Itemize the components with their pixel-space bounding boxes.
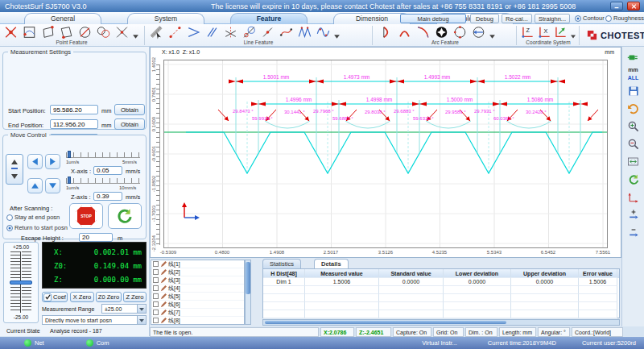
move-mode-select[interactable]: Directly move to start posn — [42, 315, 147, 325]
reconnect-button[interactable] — [108, 203, 142, 229]
refresh-view-icon[interactable] — [625, 172, 642, 187]
jog-mode-button[interactable] — [6, 154, 23, 185]
table-row[interactable] — [263, 302, 619, 310]
coef-checkbox[interactable]: Coef — [42, 292, 68, 302]
quad-point2-icon[interactable] — [58, 25, 75, 39]
close-button[interactable] — [627, 2, 640, 10]
show-all-button[interactable]: ALL — [628, 75, 639, 81]
capture-toggle[interactable]: Capture: On — [393, 327, 431, 337]
z-speed-input[interactable] — [93, 192, 122, 201]
sample-line-icon[interactable] — [148, 25, 165, 39]
move-up-button[interactable] — [27, 178, 43, 193]
hscrollbar-thumb[interactable] — [265, 321, 506, 324]
align-coord-icon[interactable] — [553, 25, 568, 39]
contour-plot-canvas[interactable] — [163, 60, 608, 248]
return-to-start-radio-icon[interactable] — [6, 225, 13, 231]
point-line-icon[interactable] — [259, 25, 276, 39]
table-row[interactable] — [263, 310, 619, 318]
tab-feature[interactable]: Feature — [230, 13, 308, 24]
checkbox-icon[interactable] — [153, 269, 159, 275]
chevron-down-icon[interactable] — [137, 316, 146, 324]
move-left-button[interactable] — [27, 154, 43, 169]
table-row[interactable] — [263, 294, 619, 302]
save-icon[interactable] — [625, 83, 642, 98]
tab-system[interactable]: System — [127, 13, 204, 24]
checkbox-icon[interactable] — [153, 277, 159, 283]
zoom-in-icon[interactable] — [625, 118, 642, 134]
recal-button[interactable]: Re-cal... — [502, 14, 532, 23]
point-group-caret-icon[interactable] — [132, 33, 139, 40]
length-unit-status[interactable]: Length: mm — [499, 327, 536, 337]
z-origin-icon[interactable]: Z — [520, 25, 535, 39]
z-zero-button[interactable]: Z Zero — [123, 292, 147, 302]
tab-details[interactable]: Details — [314, 259, 349, 268]
wave-m-icon[interactable] — [296, 25, 313, 39]
x-speed-input[interactable] — [93, 166, 122, 175]
z0-zero-button[interactable]: Z0 Zero — [96, 292, 122, 302]
contour-radio-icon[interactable] — [575, 15, 581, 22]
arc-group-caret-icon[interactable] — [489, 33, 496, 40]
x-zero-button[interactable]: X Zero — [70, 292, 94, 302]
bisector-line-icon[interactable] — [222, 25, 239, 39]
move-down-button[interactable] — [45, 178, 60, 193]
zoom-out-icon[interactable] — [625, 136, 642, 152]
circle-points-icon[interactable] — [452, 25, 469, 39]
virtual-instr-item[interactable]: Virtual Instr... — [422, 339, 457, 347]
end-position-input[interactable] — [50, 119, 98, 129]
z-speed-slider[interactable] — [66, 178, 140, 184]
main-debug-button[interactable]: Main debug — [400, 14, 466, 23]
dim-toggle[interactable]: Dim. : On — [465, 327, 497, 337]
angular-unit-status[interactable]: Angular: ° — [538, 327, 570, 337]
list-item[interactable]: 线[7] — [151, 309, 244, 317]
feature-list[interactable]: 线[1]线[2]线[3]线[4]线[5]线[6]线[7]线[8] — [151, 260, 245, 325]
line-group-caret-icon[interactable] — [333, 33, 341, 40]
arc-d-icon[interactable] — [378, 25, 394, 39]
x-origin-icon[interactable]: X — [537, 25, 552, 39]
tab-general[interactable]: General — [24, 13, 101, 24]
list-item[interactable]: 线[1] — [151, 260, 244, 268]
undo-icon[interactable] — [625, 101, 642, 116]
point-icon[interactable] — [2, 25, 19, 39]
circle-diameter-icon[interactable] — [470, 25, 487, 39]
scrollbar-thumb[interactable] — [246, 262, 250, 294]
table-row[interactable] — [263, 286, 619, 294]
results-table-hscrollbar[interactable] — [262, 319, 620, 326]
escape-height-input[interactable] — [79, 233, 113, 242]
axes-icon[interactable] — [625, 189, 642, 205]
tangent-line-icon[interactable] — [241, 25, 258, 39]
list-item[interactable]: 线[3] — [151, 276, 244, 285]
scale-thumb[interactable] — [10, 280, 32, 285]
coord-group-caret-icon[interactable] — [570, 33, 576, 40]
list-item[interactable]: 线[5] — [151, 293, 244, 301]
move-right-button[interactable] — [45, 154, 60, 169]
checkbox-icon[interactable] — [153, 261, 159, 267]
tab-dimension[interactable]: Dimension — [333, 13, 411, 24]
ellipse-point-icon[interactable] — [76, 25, 93, 39]
two-point-line-icon[interactable] — [167, 25, 184, 39]
checkbox-icon[interactable] — [153, 293, 159, 299]
list-item[interactable]: 线[4] — [151, 285, 244, 293]
results-table[interactable]: H Dist[48]Measured valueStandard valueLo… — [262, 268, 620, 318]
x-speed-slider-thumb[interactable] — [68, 151, 71, 158]
step-plus-icon[interactable] — [625, 207, 642, 222]
checkbox-icon[interactable] — [153, 318, 159, 323]
stop-button[interactable]: STOP — [69, 203, 103, 229]
tab-statistics[interactable]: Statistics — [262, 259, 301, 268]
list-item[interactable]: 线[2] — [151, 268, 244, 276]
minimize-button[interactable] — [610, 2, 623, 10]
return-to-start-radio[interactable]: Return to start posn — [6, 224, 68, 231]
arc-point-icon[interactable] — [21, 25, 38, 39]
roughness-radio-icon[interactable] — [605, 15, 612, 22]
curve-line-icon[interactable] — [278, 25, 295, 39]
checkbox-icon[interactable] — [153, 310, 159, 315]
roughness-radio[interactable]: Roughness — [605, 15, 644, 22]
checkbox-icon[interactable] — [153, 285, 159, 291]
intersection-point-icon[interactable] — [114, 25, 130, 39]
coef-checkbox-icon[interactable] — [43, 293, 52, 301]
feature-list-scrollbar[interactable] — [245, 260, 251, 325]
grid-toggle[interactable]: Grid: On — [433, 327, 464, 337]
contour-radio[interactable]: Contour — [575, 15, 605, 22]
chevron-down-icon[interactable] — [137, 305, 146, 313]
list-item[interactable]: 线[6] — [151, 301, 244, 309]
list-item[interactable]: 线[8] — [151, 317, 244, 325]
